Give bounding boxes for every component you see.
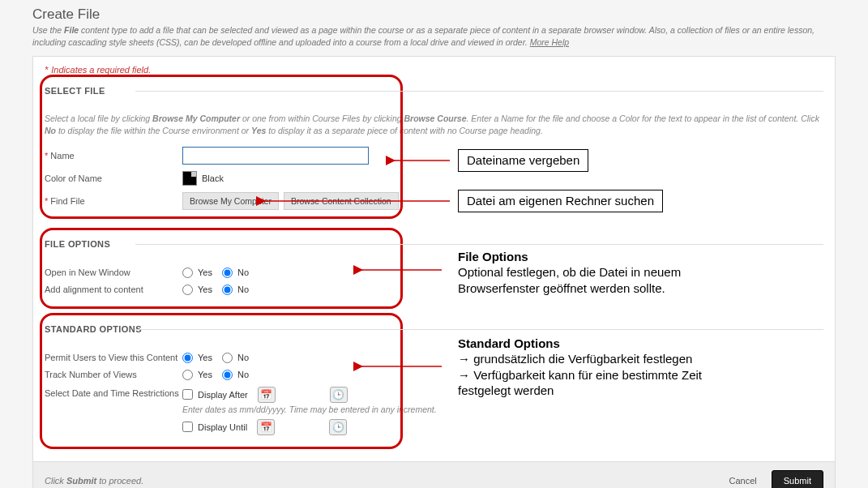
track-no-radio[interactable] xyxy=(222,370,233,380)
more-help-link[interactable]: More Help xyxy=(530,37,569,47)
add-alignment-label: Add alignment to content xyxy=(45,285,182,294)
calendar-icon[interactable]: 📅 xyxy=(258,387,276,403)
cancel-button[interactable]: Cancel xyxy=(721,470,765,488)
display-after-label: Display After xyxy=(198,390,248,400)
footer-hint: Click Submit to proceed. xyxy=(45,476,143,486)
date-restrictions-label: Select Date and Time Restrictions xyxy=(45,387,182,398)
calendar-icon[interactable]: 📅 xyxy=(257,419,275,435)
section-select-file: SELECT FILE Select a local file by click… xyxy=(45,79,823,232)
annotation-standard-options: Standard Options → grundsätzlich die Ver… xyxy=(458,336,702,399)
annotation-findfile: Datei am eigenen Rechner suchen xyxy=(458,190,663,212)
find-file-label: Find File xyxy=(45,196,182,206)
legend-file-options: FILE OPTIONS xyxy=(45,233,823,254)
clock-icon[interactable]: 🕒 xyxy=(330,387,348,403)
required-indicator-note: Indicates a required field. xyxy=(45,57,823,79)
clock-icon[interactable]: 🕒 xyxy=(329,419,347,435)
legend-select-file: SELECT FILE xyxy=(45,79,823,101)
legend-standard-options: STANDARD OPTIONS xyxy=(45,318,823,339)
alignment-yes-radio[interactable] xyxy=(182,285,193,295)
open-new-no-radio[interactable] xyxy=(222,268,233,278)
annotation-file-options: File Options Optional festlegen, ob die … xyxy=(458,249,681,297)
footer-bar: Click Submit to proceed. Cancel Submit xyxy=(33,461,835,488)
open-new-window-label: Open in New Window xyxy=(45,268,182,277)
permit-view-label: Permit Users to View this Content xyxy=(45,353,182,362)
submit-button[interactable]: Submit xyxy=(772,470,823,488)
color-label: Color of Name xyxy=(45,173,182,183)
section-standard-options: STANDARD OPTIONS Permit Users to View th… xyxy=(45,318,823,453)
page-title: Create File xyxy=(32,6,836,23)
permit-no-radio[interactable] xyxy=(222,353,233,363)
name-label: Name xyxy=(45,151,182,161)
page-description: Use the File content type to add a file … xyxy=(32,24,836,48)
color-name-text: Black xyxy=(202,173,224,183)
display-until-label: Display Until xyxy=(198,422,247,432)
color-swatch[interactable] xyxy=(182,171,197,186)
display-until-checkbox[interactable] xyxy=(182,422,193,432)
date-format-hint: Enter dates as mm/dd/yyyy. Time may be e… xyxy=(182,403,823,419)
section-file-options: FILE OPTIONS Open in New Window Yes No A… xyxy=(45,233,823,318)
select-file-description: Select a local file by clicking Browse M… xyxy=(45,101,823,143)
open-new-yes-radio[interactable] xyxy=(182,268,193,278)
annotation-filename: Dateiname vergeben xyxy=(458,149,588,172)
display-after-checkbox[interactable] xyxy=(182,389,193,400)
track-views-label: Track Number of Views xyxy=(45,370,182,379)
permit-yes-radio[interactable] xyxy=(182,353,193,363)
alignment-no-radio[interactable] xyxy=(222,285,233,295)
track-yes-radio[interactable] xyxy=(182,370,193,380)
